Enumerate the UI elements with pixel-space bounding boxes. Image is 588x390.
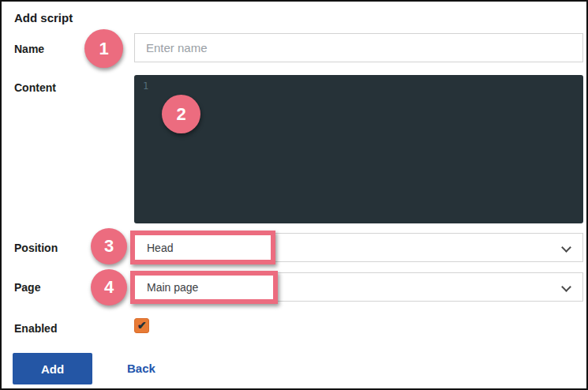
annotation-step-3: 3 [91, 228, 127, 264]
annotation-step-1: 1 [84, 29, 123, 68]
content-code-editor[interactable]: 1 [134, 75, 583, 223]
add-script-page: Add script Name Content 1 Position Head … [0, 0, 588, 390]
page-label: Page [14, 281, 40, 294]
annotation-step-2: 2 [162, 95, 200, 133]
enabled-checkbox[interactable]: ✔ [134, 318, 149, 333]
position-select[interactable]: Head [134, 233, 583, 262]
enabled-label: Enabled [14, 322, 57, 335]
back-link[interactable]: Back [127, 362, 155, 375]
name-label: Name [14, 43, 44, 55]
page-select[interactable]: Main page [134, 272, 583, 302]
check-icon: ✔ [137, 320, 147, 331]
content-label: Content [14, 81, 56, 94]
page-selected-value: Main page [135, 281, 198, 294]
add-button[interactable]: Add [13, 353, 92, 384]
editor-line-number: 1 [143, 81, 148, 92]
chevron-down-icon [563, 283, 570, 291]
position-selected-value: Head [135, 242, 173, 254]
chevron-down-icon [563, 244, 570, 251]
name-input[interactable] [134, 33, 583, 62]
annotation-step-4: 4 [91, 269, 127, 306]
position-label: Position [14, 242, 58, 254]
page-title: Add script [14, 11, 73, 24]
